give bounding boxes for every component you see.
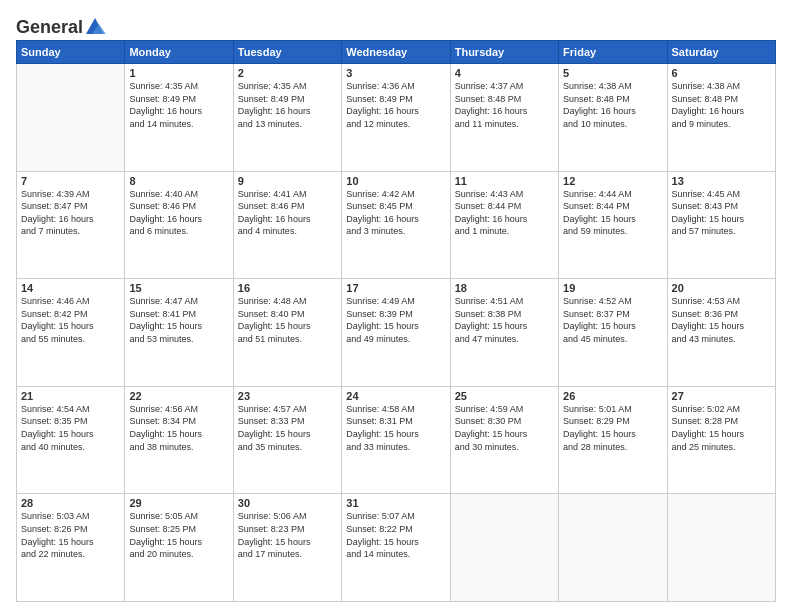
calendar-cell: 10Sunrise: 4:42 AM Sunset: 8:45 PM Dayli… xyxy=(342,171,450,279)
day-info: Sunrise: 4:45 AM Sunset: 8:43 PM Dayligh… xyxy=(672,188,771,238)
day-number: 31 xyxy=(346,497,445,509)
day-info: Sunrise: 4:41 AM Sunset: 8:46 PM Dayligh… xyxy=(238,188,337,238)
day-info: Sunrise: 4:42 AM Sunset: 8:45 PM Dayligh… xyxy=(346,188,445,238)
day-info: Sunrise: 4:38 AM Sunset: 8:48 PM Dayligh… xyxy=(563,80,662,130)
calendar-cell: 2Sunrise: 4:35 AM Sunset: 8:49 PM Daylig… xyxy=(233,64,341,172)
day-number: 16 xyxy=(238,282,337,294)
weekday-header: Tuesday xyxy=(233,41,341,64)
calendar-cell: 24Sunrise: 4:58 AM Sunset: 8:31 PM Dayli… xyxy=(342,386,450,494)
calendar-cell: 9Sunrise: 4:41 AM Sunset: 8:46 PM Daylig… xyxy=(233,171,341,279)
calendar-cell: 22Sunrise: 4:56 AM Sunset: 8:34 PM Dayli… xyxy=(125,386,233,494)
day-number: 15 xyxy=(129,282,228,294)
day-info: Sunrise: 4:59 AM Sunset: 8:30 PM Dayligh… xyxy=(455,403,554,453)
calendar-cell: 23Sunrise: 4:57 AM Sunset: 8:33 PM Dayli… xyxy=(233,386,341,494)
day-number: 19 xyxy=(563,282,662,294)
calendar-cell: 25Sunrise: 4:59 AM Sunset: 8:30 PM Dayli… xyxy=(450,386,558,494)
day-info: Sunrise: 4:37 AM Sunset: 8:48 PM Dayligh… xyxy=(455,80,554,130)
day-number: 6 xyxy=(672,67,771,79)
day-number: 4 xyxy=(455,67,554,79)
day-info: Sunrise: 4:36 AM Sunset: 8:49 PM Dayligh… xyxy=(346,80,445,130)
calendar-week-row: 28Sunrise: 5:03 AM Sunset: 8:26 PM Dayli… xyxy=(17,494,776,602)
calendar-cell xyxy=(17,64,125,172)
day-info: Sunrise: 4:38 AM Sunset: 8:48 PM Dayligh… xyxy=(672,80,771,130)
calendar-cell: 4Sunrise: 4:37 AM Sunset: 8:48 PM Daylig… xyxy=(450,64,558,172)
day-number: 25 xyxy=(455,390,554,402)
day-info: Sunrise: 4:56 AM Sunset: 8:34 PM Dayligh… xyxy=(129,403,228,453)
calendar-cell: 20Sunrise: 4:53 AM Sunset: 8:36 PM Dayli… xyxy=(667,279,775,387)
day-info: Sunrise: 4:35 AM Sunset: 8:49 PM Dayligh… xyxy=(129,80,228,130)
day-info: Sunrise: 5:06 AM Sunset: 8:23 PM Dayligh… xyxy=(238,510,337,560)
day-number: 23 xyxy=(238,390,337,402)
header: General xyxy=(16,16,776,34)
day-info: Sunrise: 4:43 AM Sunset: 8:44 PM Dayligh… xyxy=(455,188,554,238)
day-info: Sunrise: 4:40 AM Sunset: 8:46 PM Dayligh… xyxy=(129,188,228,238)
calendar: SundayMondayTuesdayWednesdayThursdayFrid… xyxy=(16,40,776,602)
calendar-cell xyxy=(559,494,667,602)
day-info: Sunrise: 4:57 AM Sunset: 8:33 PM Dayligh… xyxy=(238,403,337,453)
logo-general: General xyxy=(16,17,83,38)
calendar-cell: 30Sunrise: 5:06 AM Sunset: 8:23 PM Dayli… xyxy=(233,494,341,602)
day-info: Sunrise: 4:46 AM Sunset: 8:42 PM Dayligh… xyxy=(21,295,120,345)
calendar-cell xyxy=(667,494,775,602)
calendar-cell: 13Sunrise: 4:45 AM Sunset: 8:43 PM Dayli… xyxy=(667,171,775,279)
day-number: 10 xyxy=(346,175,445,187)
day-number: 7 xyxy=(21,175,120,187)
day-number: 2 xyxy=(238,67,337,79)
calendar-cell: 19Sunrise: 4:52 AM Sunset: 8:37 PM Dayli… xyxy=(559,279,667,387)
day-info: Sunrise: 4:48 AM Sunset: 8:40 PM Dayligh… xyxy=(238,295,337,345)
day-info: Sunrise: 4:47 AM Sunset: 8:41 PM Dayligh… xyxy=(129,295,228,345)
day-number: 11 xyxy=(455,175,554,187)
day-info: Sunrise: 4:58 AM Sunset: 8:31 PM Dayligh… xyxy=(346,403,445,453)
day-number: 17 xyxy=(346,282,445,294)
day-info: Sunrise: 4:35 AM Sunset: 8:49 PM Dayligh… xyxy=(238,80,337,130)
calendar-cell: 1Sunrise: 4:35 AM Sunset: 8:49 PM Daylig… xyxy=(125,64,233,172)
calendar-week-row: 7Sunrise: 4:39 AM Sunset: 8:47 PM Daylig… xyxy=(17,171,776,279)
calendar-cell: 27Sunrise: 5:02 AM Sunset: 8:28 PM Dayli… xyxy=(667,386,775,494)
weekday-header: Thursday xyxy=(450,41,558,64)
calendar-week-row: 1Sunrise: 4:35 AM Sunset: 8:49 PM Daylig… xyxy=(17,64,776,172)
calendar-week-row: 14Sunrise: 4:46 AM Sunset: 8:42 PM Dayli… xyxy=(17,279,776,387)
day-info: Sunrise: 4:51 AM Sunset: 8:38 PM Dayligh… xyxy=(455,295,554,345)
day-number: 18 xyxy=(455,282,554,294)
calendar-cell: 18Sunrise: 4:51 AM Sunset: 8:38 PM Dayli… xyxy=(450,279,558,387)
day-number: 26 xyxy=(563,390,662,402)
logo: General xyxy=(16,16,107,34)
day-info: Sunrise: 5:01 AM Sunset: 8:29 PM Dayligh… xyxy=(563,403,662,453)
calendar-cell: 26Sunrise: 5:01 AM Sunset: 8:29 PM Dayli… xyxy=(559,386,667,494)
calendar-week-row: 21Sunrise: 4:54 AM Sunset: 8:35 PM Dayli… xyxy=(17,386,776,494)
weekday-header: Sunday xyxy=(17,41,125,64)
day-info: Sunrise: 4:44 AM Sunset: 8:44 PM Dayligh… xyxy=(563,188,662,238)
day-number: 14 xyxy=(21,282,120,294)
calendar-cell: 6Sunrise: 4:38 AM Sunset: 8:48 PM Daylig… xyxy=(667,64,775,172)
day-info: Sunrise: 5:07 AM Sunset: 8:22 PM Dayligh… xyxy=(346,510,445,560)
calendar-cell: 12Sunrise: 4:44 AM Sunset: 8:44 PM Dayli… xyxy=(559,171,667,279)
calendar-cell: 8Sunrise: 4:40 AM Sunset: 8:46 PM Daylig… xyxy=(125,171,233,279)
day-number: 30 xyxy=(238,497,337,509)
weekday-header-row: SundayMondayTuesdayWednesdayThursdayFrid… xyxy=(17,41,776,64)
day-number: 8 xyxy=(129,175,228,187)
weekday-header: Monday xyxy=(125,41,233,64)
day-number: 9 xyxy=(238,175,337,187)
calendar-cell: 3Sunrise: 4:36 AM Sunset: 8:49 PM Daylig… xyxy=(342,64,450,172)
day-info: Sunrise: 5:02 AM Sunset: 8:28 PM Dayligh… xyxy=(672,403,771,453)
calendar-cell: 17Sunrise: 4:49 AM Sunset: 8:39 PM Dayli… xyxy=(342,279,450,387)
day-number: 12 xyxy=(563,175,662,187)
day-number: 27 xyxy=(672,390,771,402)
calendar-cell xyxy=(450,494,558,602)
day-info: Sunrise: 4:53 AM Sunset: 8:36 PM Dayligh… xyxy=(672,295,771,345)
calendar-cell: 21Sunrise: 4:54 AM Sunset: 8:35 PM Dayli… xyxy=(17,386,125,494)
calendar-cell: 15Sunrise: 4:47 AM Sunset: 8:41 PM Dayli… xyxy=(125,279,233,387)
calendar-cell: 11Sunrise: 4:43 AM Sunset: 8:44 PM Dayli… xyxy=(450,171,558,279)
calendar-cell: 31Sunrise: 5:07 AM Sunset: 8:22 PM Dayli… xyxy=(342,494,450,602)
day-number: 28 xyxy=(21,497,120,509)
day-number: 13 xyxy=(672,175,771,187)
page: General SundayMondayTuesdayWednesdayThur… xyxy=(0,0,792,612)
weekday-header: Saturday xyxy=(667,41,775,64)
calendar-cell: 5Sunrise: 4:38 AM Sunset: 8:48 PM Daylig… xyxy=(559,64,667,172)
calendar-cell: 14Sunrise: 4:46 AM Sunset: 8:42 PM Dayli… xyxy=(17,279,125,387)
day-number: 20 xyxy=(672,282,771,294)
calendar-cell: 16Sunrise: 4:48 AM Sunset: 8:40 PM Dayli… xyxy=(233,279,341,387)
day-info: Sunrise: 4:52 AM Sunset: 8:37 PM Dayligh… xyxy=(563,295,662,345)
weekday-header: Wednesday xyxy=(342,41,450,64)
day-info: Sunrise: 4:49 AM Sunset: 8:39 PM Dayligh… xyxy=(346,295,445,345)
